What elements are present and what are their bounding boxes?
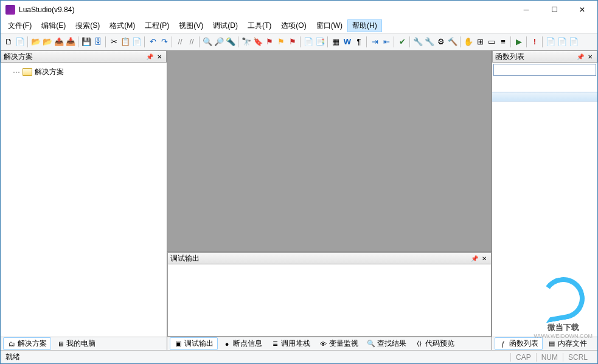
menu-options[interactable]: 选项(O) [276,19,311,32]
tab-memory[interactable]: ▤内存文件 [544,338,591,349]
window-title: LuaStudio(v9.84) [19,5,512,14]
functions-search-input[interactable] [493,64,596,76]
solution-tree[interactable]: ⋯ 解决方案 [1,63,167,337]
new-project-icon[interactable]: 📄 [15,36,26,47]
comment-icon[interactable]: // [175,36,186,47]
menu-window[interactable]: 窗口(W) [311,19,347,32]
export-icon[interactable]: 📤 [54,36,64,47]
indent-icon[interactable]: ⇥ [369,36,380,47]
close-panel-icon[interactable]: ✕ [586,52,594,61]
import-icon[interactable]: 📥 [65,36,76,47]
flag3-icon[interactable]: ⚑ [287,36,298,47]
functions-panel: 函数列表 📌 ✕ ƒ函数列表 ▤内存文件 [492,50,597,350]
cut-icon[interactable]: ✂ [108,36,119,47]
functions-tab-icon: ƒ [499,340,507,348]
watch-tab-icon: 👁 [319,340,327,348]
new-file-icon[interactable]: 🗋 [3,36,14,47]
debug-output-header: 调试输出 📌 ✕ [167,252,492,264]
menu-view[interactable]: 视图(V) [174,19,208,32]
status-text: 就绪 [5,352,510,362]
tab-computer[interactable]: 🖥 我的电脑 [52,338,99,349]
status-cap: CAP [510,353,536,362]
close-panel-icon[interactable]: ✕ [480,254,488,263]
stop-icon[interactable]: ! [529,36,540,47]
menu-edit[interactable]: 编辑(E) [37,19,71,32]
pin-icon[interactable]: 📌 [470,254,479,263]
doc-b-icon[interactable]: 📄 [557,36,568,47]
pin-icon[interactable]: 📌 [145,52,154,61]
grid-icon[interactable]: ⊞ [475,36,485,47]
close-button[interactable]: ✕ [568,1,596,19]
config3-icon[interactable]: ⚙ [436,36,447,47]
run-icon[interactable]: ▶ [513,36,524,47]
undo-icon[interactable]: ↶ [147,36,158,47]
tab-call-stack[interactable]: ≣调用堆栈 [267,338,314,349]
open-file-icon[interactable]: 📂 [30,36,41,47]
doc-c-icon[interactable]: 📄 [568,36,579,47]
outdent-icon[interactable]: ⇤ [381,36,392,47]
paste-icon[interactable]: 📄 [131,36,142,47]
hand-icon[interactable]: ✋ [463,36,474,47]
para-icon[interactable]: ¶ [353,36,364,47]
doc-icon[interactable]: 📄 [303,36,314,47]
tab-debug-output[interactable]: ▣调试输出 [170,337,218,350]
menu-project[interactable]: 工程(P) [140,19,174,32]
copy-icon[interactable]: 📋 [120,36,131,47]
tab-watch[interactable]: 👁变量监视 [315,338,362,349]
codepreview-tab-icon: ⟨⟩ [415,340,423,348]
tab-find-results[interactable]: 🔍查找结果 [363,338,410,349]
toolbar: 🗋 📄 📂 📂 📤 📥 💾 🗄 ✂ 📋 📄 ↶ ↷ // // 🔍 🔎 🔦 🔭 … [1,33,597,50]
pin-icon[interactable]: 📌 [576,52,585,61]
form-icon[interactable]: ▭ [486,36,497,47]
menu-search[interactable]: 搜索(S) [71,19,105,32]
close-panel-icon[interactable]: ✕ [155,52,164,61]
flag2-icon[interactable]: ⚑ [276,36,287,47]
redo-icon[interactable]: ↷ [159,36,170,47]
tab-functions[interactable]: ƒ函数列表 [495,337,543,350]
maximize-button[interactable]: ☐ [540,1,568,19]
saveall-icon[interactable]: 🗄 [92,36,103,47]
tab-solution[interactable]: 🗂 解决方案 [3,337,51,350]
callstack-tab-icon: ≣ [271,340,279,348]
status-num: NUM [536,353,563,362]
menu-debug[interactable]: 调试(D) [208,19,243,32]
block-icon[interactable]: ▦ [330,36,341,47]
right-tabstrip: ƒ函数列表 ▤内存文件 [492,337,597,350]
memory-tab-icon: ▤ [548,340,556,348]
debug-output-body[interactable] [167,264,492,337]
solution-panel-title: 解决方案 [4,52,144,62]
functions-panel-header: 函数列表 📌 ✕ [492,50,597,63]
functions-selection [492,92,597,101]
tab-breakpoints[interactable]: ●断点信息 [219,338,266,349]
tab-code-preview[interactable]: ⟨⟩代码预览 [411,338,458,349]
center-area: 调试输出 📌 ✕ ▣调试输出 ●断点信息 ≣调用堆栈 👁变量监视 🔍查找结果 ⟨… [167,50,492,350]
find-icon[interactable]: 🔍 [202,36,213,47]
config1-icon[interactable]: 🔧 [412,36,423,47]
replace-icon[interactable]: 🔎 [214,36,224,47]
breakpoints-tab-icon: ● [223,340,231,348]
functions-list[interactable] [492,77,597,337]
doc-a-icon[interactable]: 📄 [545,36,556,47]
config2-icon[interactable]: 🔧 [424,36,435,47]
check-icon[interactable]: ✔ [397,36,408,47]
wordwrap-icon[interactable]: W [342,36,353,47]
open-project-icon[interactable]: 📂 [42,36,53,47]
flag1-icon[interactable]: ⚑ [264,36,275,47]
bookmark-icon[interactable]: 🔖 [252,36,263,47]
uncomment-icon[interactable]: // [186,36,197,47]
list-icon[interactable]: ≡ [498,36,509,47]
save-icon[interactable]: 💾 [81,36,92,47]
menu-format[interactable]: 格式(M) [105,19,140,32]
solution-root-item[interactable]: ⋯ 解决方案 [3,66,164,78]
docstack-icon[interactable]: 📑 [315,36,325,47]
findresults-tab-icon: 🔍 [367,340,375,348]
editor-area[interactable] [167,50,492,252]
menu-tools[interactable]: 工具(T) [243,19,276,32]
findinfiles-icon[interactable]: 🔦 [225,36,236,47]
minimize-button[interactable]: ─ [512,1,540,19]
menu-help[interactable]: 帮助(H) [347,19,382,32]
binoculars-icon[interactable]: 🔭 [241,36,252,47]
menu-file[interactable]: 文件(F) [3,19,37,32]
config4-icon[interactable]: 🔨 [447,36,458,47]
solution-panel-header: 解决方案 📌 ✕ [1,50,167,63]
